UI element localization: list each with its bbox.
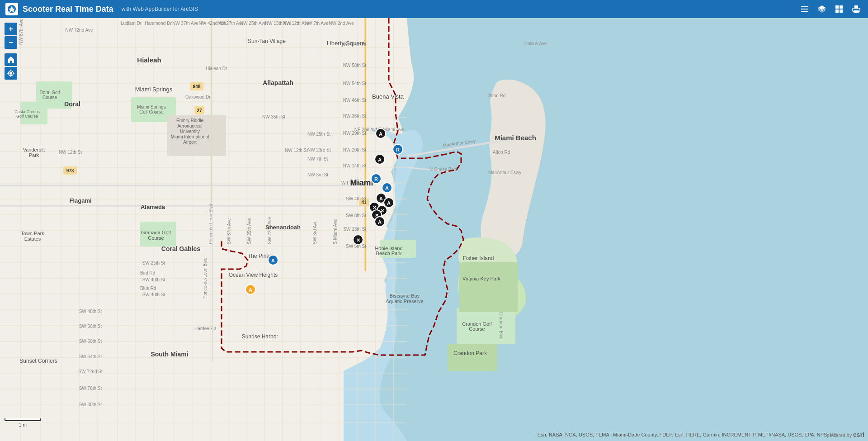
svg-text:Sunset Corners: Sunset Corners bbox=[19, 358, 57, 364]
svg-text:Miami: Miami bbox=[350, 178, 373, 187]
svg-text:NW 54th St: NW 54th St bbox=[343, 81, 366, 86]
svg-text:SW 25th St: SW 25th St bbox=[142, 261, 165, 266]
svg-rect-68 bbox=[459, 262, 518, 312]
svg-text:Beach Park: Beach Park bbox=[376, 251, 402, 256]
svg-text:SW 64th St: SW 64th St bbox=[79, 354, 102, 359]
zoom-in-button[interactable]: + bbox=[5, 23, 17, 35]
svg-text:SW 3rd Ave: SW 3rd Ave bbox=[312, 220, 317, 244]
svg-text:Oakwood Dr: Oakwood Dr bbox=[185, 95, 211, 100]
svg-text:Collins Ave: Collins Ave bbox=[524, 41, 547, 46]
svg-text:SW 25th Ave: SW 25th Ave bbox=[247, 218, 252, 244]
svg-text:Alton Rd: Alton Rd bbox=[493, 150, 510, 155]
marker-1[interactable]: A bbox=[376, 128, 386, 138]
svg-text:Golf Course: Golf Course bbox=[16, 114, 38, 119]
svg-rect-9 bbox=[835, 9, 839, 13]
svg-text:Ludlam Dr: Ludlam Dr bbox=[121, 21, 142, 26]
svg-text:S Miami Ave: S Miami Ave bbox=[333, 219, 338, 244]
svg-text:NW 72nd Ave: NW 72nd Ave bbox=[66, 28, 93, 33]
svg-text:R: R bbox=[374, 176, 378, 182]
header-left: Scooter Real Time Data with Web AppBuild… bbox=[0, 3, 203, 15]
map-container[interactable]: 948 973 27 41 NW 62nd St NW 58th St NW 5… bbox=[0, 18, 868, 441]
map-attribution: Esri, NASA, NGA, USGS, FEMA | Miami-Dade… bbox=[538, 432, 841, 437]
zoom-out-button[interactable]: − bbox=[5, 36, 17, 49]
marker-4[interactable]: R bbox=[371, 174, 381, 184]
scale-bar: 1mi bbox=[5, 418, 41, 427]
marker-2[interactable]: R bbox=[393, 144, 403, 154]
svg-text:Embry Riddle: Embry Riddle bbox=[176, 118, 203, 123]
svg-text:Fisher Island: Fisher Island bbox=[463, 255, 494, 261]
svg-text:✕: ✕ bbox=[356, 237, 360, 243]
marker-3[interactable]: A bbox=[375, 154, 385, 164]
svg-text:948: 948 bbox=[193, 84, 201, 89]
map-controls: + − bbox=[5, 23, 17, 80]
svg-text:Costa Greens: Costa Greens bbox=[14, 109, 40, 114]
svg-text:Course: Course bbox=[42, 95, 57, 100]
svg-text:Virginia Key Park: Virginia Key Park bbox=[462, 276, 501, 281]
svg-text:27: 27 bbox=[197, 108, 202, 113]
svg-text:Ocean View Heights: Ocean View Heights bbox=[229, 272, 278, 278]
svg-rect-2 bbox=[801, 9, 808, 9]
svg-text:Flagami: Flagami bbox=[69, 197, 91, 204]
marker-13[interactable]: A bbox=[268, 255, 278, 265]
svg-text:A: A bbox=[249, 287, 252, 293]
svg-rect-67 bbox=[448, 344, 497, 371]
svg-text:973: 973 bbox=[66, 168, 74, 173]
svg-text:NW 12th St: NW 12th St bbox=[59, 150, 82, 155]
svg-text:Alameda: Alameda bbox=[141, 204, 165, 210]
svg-text:Golf Course: Golf Course bbox=[139, 109, 164, 114]
svg-point-221 bbox=[9, 72, 12, 75]
svg-text:NW 87th Ave: NW 87th Ave bbox=[19, 18, 24, 45]
svg-text:Vanderbilt: Vanderbilt bbox=[23, 147, 45, 152]
svg-rect-8 bbox=[840, 5, 843, 9]
svg-text:Estates: Estates bbox=[24, 236, 41, 242]
svg-text:NW 35th St: NW 35th St bbox=[262, 114, 285, 119]
svg-text:A: A bbox=[379, 196, 383, 201]
print-button[interactable] bbox=[848, 1, 864, 17]
marker-5[interactable]: A bbox=[382, 183, 392, 193]
svg-text:Miami International: Miami International bbox=[171, 134, 209, 139]
svg-text:NW 7th St: NW 7th St bbox=[307, 156, 328, 161]
svg-text:NW 12th St: NW 12th St bbox=[285, 148, 308, 153]
svg-text:NE 2nd Ave: NE 2nd Ave bbox=[354, 127, 378, 132]
svg-text:A: A bbox=[387, 200, 391, 206]
svg-text:N Cruise Blvd: N Cruise Blvd bbox=[429, 167, 457, 172]
svg-text:Sunrise Harbor: Sunrise Harbor bbox=[242, 333, 278, 340]
svg-text:Allapattah: Allapattah bbox=[263, 79, 293, 86]
header-toolbar bbox=[797, 1, 868, 17]
marker-11[interactable]: A bbox=[375, 217, 385, 227]
svg-text:SW 13th St: SW 13th St bbox=[343, 227, 366, 232]
svg-text:Town Park: Town Park bbox=[21, 231, 44, 236]
svg-text:SW 8th St: SW 8th St bbox=[346, 213, 366, 218]
svg-text:Course: Course bbox=[148, 235, 164, 241]
svg-text:Hialeah: Hialeah bbox=[137, 56, 161, 64]
svg-text:Doral: Doral bbox=[64, 100, 80, 108]
layers-button[interactable] bbox=[814, 1, 830, 17]
home-button[interactable] bbox=[5, 53, 17, 66]
svg-text:A: A bbox=[379, 131, 382, 137]
list-button[interactable] bbox=[797, 1, 813, 17]
svg-text:Biscayne Bay: Biscayne Bay bbox=[390, 293, 420, 299]
svg-text:SW 60th St: SW 60th St bbox=[79, 339, 102, 344]
svg-text:SW 37th Ave: SW 37th Ave bbox=[226, 218, 231, 244]
locate-button[interactable] bbox=[5, 67, 17, 80]
svg-text:A: A bbox=[271, 258, 275, 263]
marker-12[interactable]: ✕ bbox=[353, 235, 363, 245]
svg-text:Miami Springs: Miami Springs bbox=[135, 86, 173, 93]
marker-14[interactable]: A bbox=[245, 285, 255, 294]
svg-text:NW 25th St: NW 25th St bbox=[307, 132, 330, 137]
svg-text:NW 46th St: NW 46th St bbox=[343, 98, 366, 103]
svg-text:NW 20th St: NW 20th St bbox=[343, 147, 366, 152]
svg-text:SW 4th St: SW 4th St bbox=[346, 196, 366, 201]
svg-text:Bird Rd: Bird Rd bbox=[140, 270, 155, 275]
svg-text:Aeronautical: Aeronautical bbox=[177, 123, 203, 128]
svg-text:Shenandoah: Shenandoah bbox=[265, 224, 301, 231]
svg-text:Buena Vista: Buena Vista bbox=[372, 93, 404, 100]
svg-text:Doral Golf: Doral Golf bbox=[39, 90, 60, 95]
svg-rect-3 bbox=[801, 11, 808, 12]
svg-text:SW 72nd St: SW 72nd St bbox=[78, 369, 103, 374]
svg-text:SW 40th St: SW 40th St bbox=[142, 277, 165, 282]
svg-point-14 bbox=[858, 9, 859, 10]
grid-button[interactable] bbox=[831, 1, 847, 17]
svg-text:NW 25th Ave: NW 25th Ave bbox=[240, 21, 267, 26]
svg-rect-7 bbox=[835, 5, 839, 9]
